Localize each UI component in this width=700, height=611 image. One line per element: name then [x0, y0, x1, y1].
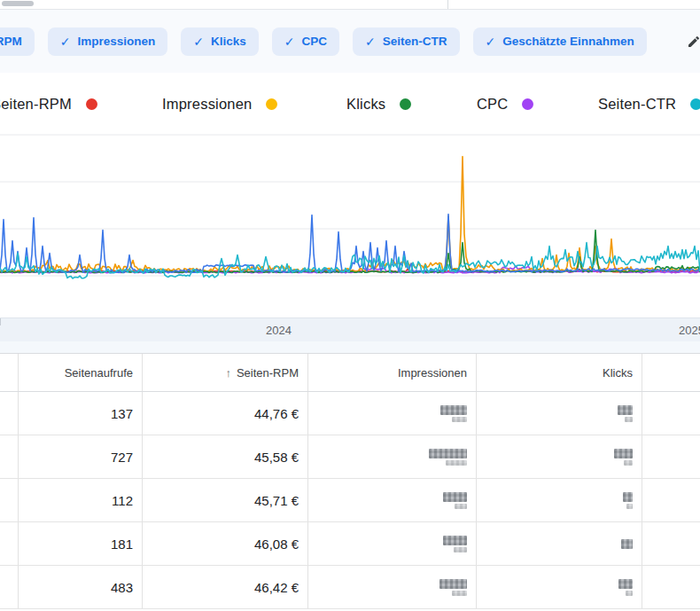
chip-impressionen[interactable]: ✓ Impressionen: [48, 27, 168, 56]
check-icon: ✓: [193, 35, 204, 49]
legend-dot-icon: [400, 98, 411, 110]
table-row[interactable]: 18146,08 €: [0, 522, 700, 566]
top-strip: [0, 0, 700, 10]
cell-seitenaufrufe: 483: [4, 566, 143, 608]
legend-label: CPC: [477, 96, 508, 113]
redacted-value: [443, 536, 467, 552]
redacted-value: [621, 539, 633, 549]
redacted-value: [614, 449, 633, 466]
legend-dot-icon: [266, 98, 277, 110]
check-icon: ✓: [365, 35, 376, 49]
chip-seiten-ctr[interactable]: ✓ Seiten-CTR: [353, 27, 460, 56]
legend-item-impressionen[interactable]: Impressionen: [162, 87, 277, 121]
edit-metrics-button[interactable]: [681, 29, 700, 54]
table-body: 13744,76 €72745,58 €11245,71 €18146,08 €…: [0, 392, 700, 609]
chip-seiten-rpm[interactable]: ✓ Seiten-RPM: [0, 27, 35, 56]
cell-impressionen-redacted: [308, 479, 477, 521]
redacted-value: [439, 579, 467, 596]
table-row[interactable]: 11245,71 €: [0, 479, 700, 522]
pencil-icon: [687, 32, 700, 51]
cell-extra-col: [642, 479, 700, 521]
check-icon: ✓: [486, 35, 496, 49]
header-seitenaufrufe[interactable]: Seitenaufrufe: [4, 354, 143, 391]
redacted-value: [443, 492, 467, 509]
table-row[interactable]: 72745,58 €: [0, 435, 700, 479]
cell-seiten-rpm: 46,42 €: [143, 566, 308, 608]
cell-klicks-redacted: [477, 522, 642, 565]
cell-extra-col: [642, 435, 700, 478]
legend-dot-icon: [690, 98, 700, 110]
cell-seiten-rpm: 46,08 €: [143, 522, 308, 565]
legend-item-klicks[interactable]: Klicks: [346, 87, 411, 121]
cell-klicks-redacted: [477, 479, 642, 521]
redacted-value: [429, 449, 467, 466]
chart-area[interactable]: [0, 133, 700, 317]
legend-dot-icon: [522, 98, 533, 110]
legend-label: Seiten-CTR: [598, 96, 676, 113]
legend-label: Seiten-RPM: [0, 96, 72, 113]
legend-item-seiten-ctr[interactable]: Seiten-CTR: [598, 87, 700, 121]
axis-sub-band: [0, 341, 700, 353]
axis-tick: [0, 318, 1, 325]
axis-label-2025: 2025: [679, 324, 700, 337]
cell-extra-col: [642, 522, 700, 565]
chip-cpc[interactable]: ✓ CPC: [272, 27, 339, 56]
cell-impressionen-redacted: [308, 522, 477, 565]
redacted-value: [618, 405, 633, 422]
cell-impressionen-redacted: [308, 566, 477, 608]
scrollbar-thumb[interactable]: [2, 1, 34, 6]
cell-extra-col: [642, 566, 700, 608]
cell-seitenaufrufe: 181: [4, 522, 143, 565]
check-icon: ✓: [60, 35, 71, 49]
x-axis-band: 2024 2025: [0, 317, 700, 341]
cell-seitenaufrufe: 137: [4, 392, 143, 435]
cell-klicks-redacted: [477, 392, 642, 435]
header-seiten-rpm[interactable]: ↑ Seiten-RPM: [143, 354, 308, 391]
cell-seiten-rpm: 44,76 €: [143, 392, 308, 435]
metrics-line-chart[interactable]: [0, 133, 700, 317]
table-header-row: Seitenaufrufe ↑ Seiten-RPM Impressionen …: [0, 353, 700, 392]
cell-seiten-rpm: 45,58 €: [143, 435, 308, 478]
table-row[interactable]: 48346,42 €: [0, 566, 700, 609]
cell-impressionen-redacted: [308, 392, 477, 435]
report-table: Seitenaufrufe ↑ Seiten-RPM Impressionen …: [0, 353, 700, 609]
cell-klicks-redacted: [477, 566, 642, 608]
cell-seitenaufrufe: 727: [4, 435, 143, 478]
redacted-value: [623, 492, 633, 509]
legend-label: Impressionen: [162, 96, 252, 113]
adsense-report-page: ✓ Seiten-RPM ✓ Impressionen ✓ Klicks ✓ C…: [0, 0, 700, 611]
redacted-value: [440, 405, 467, 422]
metric-chips-bar: ✓ Seiten-RPM ✓ Impressionen ✓ Klicks ✓ C…: [0, 10, 700, 73]
chip-klicks[interactable]: ✓ Klicks: [181, 27, 259, 56]
check-icon: ✓: [284, 35, 295, 49]
redacted-value: [618, 579, 633, 596]
cell-impressionen-redacted: [308, 435, 477, 478]
legend-label: Klicks: [346, 96, 385, 113]
legend-item-seiten-rpm[interactable]: Seiten-RPM: [0, 87, 97, 121]
sort-ascending-icon: ↑: [225, 366, 231, 380]
table-row[interactable]: 13744,76 €: [0, 392, 700, 435]
header-klicks[interactable]: Klicks: [477, 354, 642, 391]
panel-divider: [447, 0, 448, 9]
header-extra-col: [642, 354, 700, 391]
chip-geschaetzte-einnahmen[interactable]: ✓ Geschätzte Einnahmen: [473, 27, 647, 56]
legend-dot-icon: [86, 98, 97, 110]
legend-item-cpc[interactable]: CPC: [477, 87, 533, 121]
axis-label-2024: 2024: [266, 324, 292, 337]
cell-seiten-rpm: 45,71 €: [143, 479, 308, 521]
header-impressionen[interactable]: Impressionen: [308, 354, 477, 391]
cell-extra-col: [642, 392, 700, 435]
cell-klicks-redacted: [477, 435, 642, 478]
cell-seitenaufrufe: 112: [4, 479, 143, 521]
chart-legend: Seiten-RPMImpressionenKlicksCPCSeiten-CT…: [0, 87, 700, 121]
